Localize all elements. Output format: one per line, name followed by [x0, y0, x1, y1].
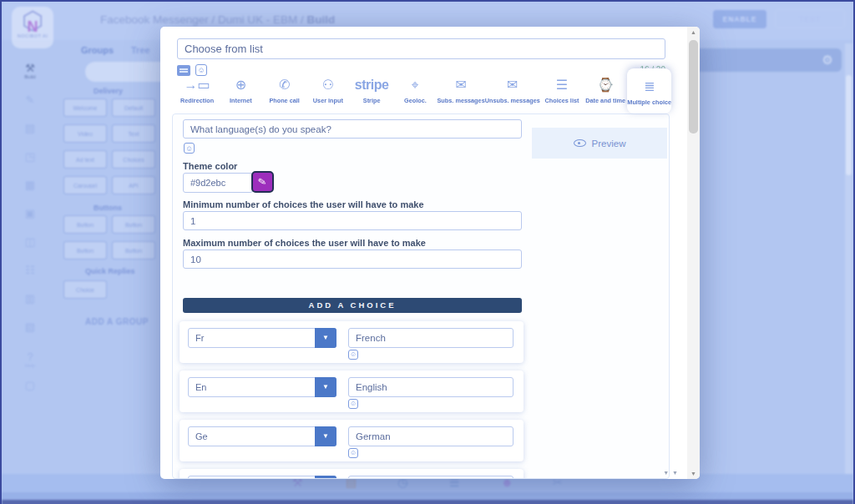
- unsubscribe-icon: ✉: [485, 75, 540, 95]
- tab-choices-list[interactable]: ☰ Choices list: [540, 75, 584, 113]
- redirection-icon: →▭: [175, 75, 219, 95]
- choice-text-input[interactable]: [348, 328, 514, 348]
- message-type-tabs: →▭ Redirection ⊕ Internet ✆ Phone call ⚇…: [175, 75, 671, 113]
- theme-color-input[interactable]: [183, 173, 253, 193]
- message-editor-modal: ☺ 16 / 20 →▭ Redirection ⊕ Internet ✆ Ph…: [160, 27, 700, 479]
- choice-row: Fr ▼ ☺: [180, 321, 524, 363]
- chevron-down-icon[interactable]: ▼: [315, 426, 336, 446]
- theme-color-label: Theme color: [183, 161, 237, 171]
- max-choices-input[interactable]: [183, 249, 522, 269]
- tab-internet[interactable]: ⊕ Internet: [219, 75, 262, 113]
- choice-code-select[interactable]: Fr ▼: [188, 328, 336, 348]
- message-title-input[interactable]: [177, 38, 665, 59]
- emoji-icon[interactable]: ☺: [348, 448, 358, 458]
- emoji-icon[interactable]: ☺: [195, 64, 207, 76]
- subscribe-icon: ✉: [438, 75, 485, 95]
- tab-geoloc[interactable]: ⌖ Geoloc.: [393, 75, 437, 113]
- phone-icon: ✆: [263, 75, 306, 95]
- max-choices-label: Maximum number of choices the user will …: [183, 238, 426, 248]
- globe-icon: ⊕: [219, 75, 262, 95]
- min-choices-label: Minimum number of choices the user will …: [183, 199, 424, 209]
- clock-calendar-icon: ⌚: [584, 75, 627, 95]
- tab-stripe[interactable]: stripe Stripe: [350, 75, 393, 113]
- choice-row: Ge ▼ ☺: [180, 420, 524, 461]
- tab-redirection[interactable]: →▭ Redirection: [175, 75, 219, 113]
- choice-code-select[interactable]: En ▼: [188, 377, 336, 397]
- question-input[interactable]: [183, 119, 522, 139]
- location-pin-icon: ⌖: [393, 75, 437, 95]
- eyedropper-icon: ✎: [257, 172, 269, 191]
- modal-scrollbar-thumb[interactable]: [689, 40, 698, 134]
- chevron-down-icon[interactable]: ▼: [315, 476, 336, 479]
- tab-phone-call[interactable]: ✆ Phone call: [263, 75, 306, 113]
- emoji-icon[interactable]: ☺: [348, 350, 358, 360]
- choice-row: En ▼ ☺: [180, 370, 524, 412]
- emoji-icon[interactable]: ☺: [184, 143, 195, 154]
- choice-text-input[interactable]: [348, 426, 514, 446]
- hscroll-arrows[interactable]: ▼▼: [663, 470, 681, 476]
- tab-unsubs-messages[interactable]: ✉ Unsubs. messages: [485, 75, 540, 113]
- list-icon: ☰: [540, 75, 584, 95]
- user-icon: ⚇: [306, 75, 350, 95]
- tab-user-input[interactable]: ⚇ User input: [306, 75, 350, 113]
- tab-multiple-choice[interactable]: ≣ Multiple choice: [627, 68, 671, 113]
- modal-scrollbar[interactable]: ▲ ▼: [687, 27, 700, 479]
- choice-text-input[interactable]: [348, 377, 514, 397]
- emoji-icon[interactable]: ☺: [348, 399, 358, 409]
- choice-code-select[interactable]: Sp ▼: [188, 476, 336, 479]
- chevron-down-icon[interactable]: ▼: [315, 328, 336, 348]
- tab-date-and-time[interactable]: ⌚ Date and time: [584, 75, 627, 113]
- eye-icon: [574, 139, 586, 147]
- choice-text-input[interactable]: [348, 476, 514, 479]
- checklist-icon: ≣: [627, 77, 671, 97]
- choice-row: Sp ▼ ☺: [180, 469, 524, 479]
- chevron-down-icon[interactable]: ▼: [315, 377, 336, 397]
- min-choices-input[interactable]: [183, 211, 522, 230]
- stripe-logo: stripe: [350, 75, 393, 95]
- tab-subs-messages[interactable]: ✉ Subs. messages: [438, 75, 485, 113]
- add-a-choice-button[interactable]: ADD A CHOICE: [183, 298, 522, 313]
- app-window: ⬡ N NOCIBOT AI Facebook Messenger / Dumi…: [0, 0, 855, 504]
- scroll-down-icon[interactable]: ▼: [687, 471, 700, 476]
- choice-code-select[interactable]: Ge ▼: [188, 426, 336, 446]
- preview-button[interactable]: Preview: [532, 128, 667, 159]
- scroll-up-icon[interactable]: ▲: [687, 29, 700, 35]
- color-picker-button[interactable]: ✎: [251, 171, 274, 193]
- multiple-choice-panel: ☺ Preview Theme color ✎ Minimum number o…: [172, 113, 670, 479]
